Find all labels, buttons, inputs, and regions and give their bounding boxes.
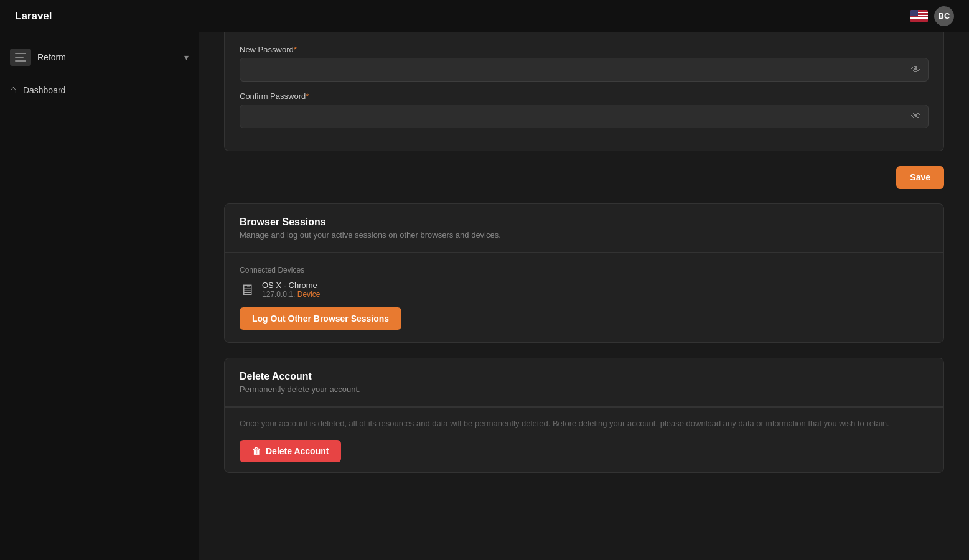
delete-account-card: Delete Account Permanently delete your a… [224,358,944,473]
language-flag-icon[interactable] [910,10,928,22]
eye-icon[interactable]: 👁 [911,64,921,75]
save-button-row: Save [224,166,944,189]
sidebar-item-label: Dashboard [23,85,66,95]
confirm-password-group: Confirm Password* 👁 [240,91,929,128]
home-icon: ⌂ [10,83,17,96]
device-info: OS X - Chrome 127.0.0.1, Device [262,281,320,299]
device-row: 🖥 OS X - Chrome 127.0.0.1, Device [240,281,929,299]
app-body: Reform ▾ ⌂ Dashboard New Password* [0,32,969,560]
device-ip: 127.0.0.1, [262,290,295,299]
team-icon-line3 [15,60,26,62]
new-password-label: New Password* [240,45,929,54]
team-icon-line1 [15,53,26,54]
device-name: OS X - Chrome [262,281,320,290]
delete-warning-text: Once your account is deleted, all of its… [240,418,929,430]
save-button[interactable]: Save [896,166,944,189]
connected-label: Connected Devices [240,266,929,274]
brand-name: Laravel [15,10,52,22]
trash-icon: 🗑 [252,446,261,456]
confirm-password-wrapper: 👁 [240,105,929,128]
password-card-body: New Password* 👁 Confirm Password* 👁 [225,32,943,151]
delete-account-title: Delete Account [240,371,929,382]
sidebar-team-selector[interactable]: Reform ▾ [0,42,199,72]
eye-icon-confirm[interactable]: 👁 [911,111,921,122]
devices-section: Connected Devices 🖥 OS X - Chrome 127.0.… [225,253,943,342]
device-meta: 127.0.0.1, Device [262,290,320,299]
sidebar-team-left: Reform [10,49,66,66]
browser-sessions-subtitle: Manage and log out your active sessions … [240,230,929,240]
top-navigation: Laravel BC [0,0,969,32]
topnav-right: BC [910,6,954,26]
monitor-icon: 🖥 [240,281,255,299]
delete-account-subtitle: Permanently delete your account. [240,385,929,394]
new-password-input[interactable] [240,58,929,82]
device-tag: Device [297,290,321,299]
sidebar-item-dashboard[interactable]: ⌂ Dashboard [0,77,199,103]
new-password-wrapper: 👁 [240,58,929,82]
new-password-group: New Password* 👁 [240,45,929,82]
browser-sessions-title: Browser Sessions [240,217,929,228]
browser-sessions-card: Browser Sessions Manage and log out your… [224,203,944,343]
logout-sessions-button[interactable]: Log Out Other Browser Sessions [240,307,401,330]
delete-account-button-label: Delete Account [266,446,329,456]
confirm-password-input[interactable] [240,105,929,128]
chevron-down-icon: ▾ [184,52,189,62]
confirm-password-label: Confirm Password* [240,91,929,101]
browser-sessions-header: Browser Sessions Manage and log out your… [225,204,943,253]
delete-warning-section: Once your account is deleted, all of its… [225,407,943,472]
delete-account-header: Delete Account Permanently delete your a… [225,358,943,407]
team-icon [10,49,31,66]
password-card: New Password* 👁 Confirm Password* 👁 [224,32,944,151]
delete-account-button[interactable]: 🗑 Delete Account [240,440,341,462]
main-content: New Password* 👁 Confirm Password* 👁 [199,32,969,560]
team-icon-lines [15,53,26,62]
team-icon-line2 [15,57,24,58]
sidebar: Reform ▾ ⌂ Dashboard [0,32,199,560]
avatar[interactable]: BC [934,6,954,26]
sidebar-team-name: Reform [37,52,66,62]
sidebar-nav: ⌂ Dashboard [0,77,199,103]
